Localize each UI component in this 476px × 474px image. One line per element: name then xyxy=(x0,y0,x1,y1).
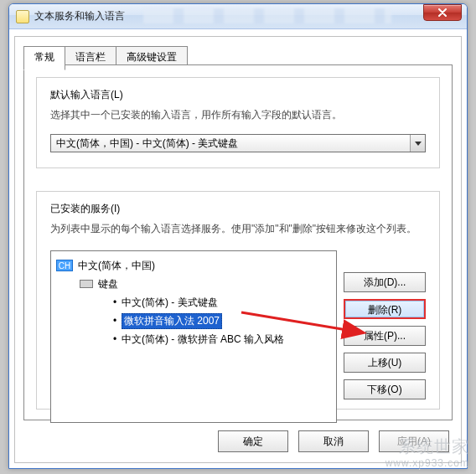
group-default-language: 默认输入语言(L) 选择其中一个已安装的输入语言，用作所有输入字段的默认语言。 … xyxy=(36,77,440,168)
close-button[interactable] xyxy=(423,4,462,21)
tree-lang-label: 中文(简体，中国) xyxy=(78,259,155,273)
app-icon xyxy=(16,10,29,23)
close-icon xyxy=(437,8,448,17)
remove-button[interactable]: 删除(R) xyxy=(344,299,426,319)
services-heading: 已安装的服务(I) xyxy=(50,202,426,216)
tree-item-3-label: 中文(简体) - 微软拼音 ABC 输入风格 xyxy=(122,332,284,347)
properties-button[interactable]: 属性(P)... xyxy=(344,326,426,346)
tree-item-3[interactable]: • 中文(简体) - 微软拼音 ABC 输入风格 xyxy=(54,330,336,348)
tree-item-1[interactable]: • 中文(简体) - 美式键盘 xyxy=(54,293,336,312)
watermark: 系统世家 www.xp933.com xyxy=(385,435,469,471)
tree-item-1-label: 中文(简体) - 美式键盘 xyxy=(122,296,218,310)
default-language-heading: 默认输入语言(L) xyxy=(50,88,426,102)
cancel-button[interactable]: 取消 xyxy=(298,430,369,452)
default-language-value: 中文(简体，中国) - 中文(简体) - 美式键盘 xyxy=(51,137,410,151)
add-button[interactable]: 添加(D)... xyxy=(344,272,426,292)
blurred-background xyxy=(143,8,391,23)
bullet-icon: • xyxy=(110,296,120,308)
tree-item-2-label: 微软拼音输入法 2007 xyxy=(122,313,222,329)
move-down-button[interactable]: 下移(O) xyxy=(344,379,426,399)
watermark-line2: www.xp933.com xyxy=(385,457,469,471)
default-language-combobox[interactable]: 中文(简体，中国) - 中文(简体) - 美式键盘 xyxy=(50,134,426,152)
tree-keyboard-label: 键盘 xyxy=(98,277,118,291)
default-language-description: 选择其中一个已安装的输入语言，用作所有输入字段的默认语言。 xyxy=(50,107,426,122)
titlebar: 文本服务和输入语言 xyxy=(9,4,467,29)
tree-keyboard-row[interactable]: 键盘 xyxy=(54,275,336,293)
move-up-button[interactable]: 上移(U) xyxy=(344,353,426,373)
tab-general[interactable]: 常规 xyxy=(23,46,65,70)
watermark-line1: 系统世家 xyxy=(385,435,469,457)
tree-item-2-selected[interactable]: • 微软拼音输入法 2007 xyxy=(54,312,336,330)
bullet-icon: • xyxy=(110,315,120,327)
ok-button[interactable]: 确定 xyxy=(218,430,288,452)
chevron-down-icon xyxy=(410,135,425,152)
side-button-stack: 添加(D)... 删除(R) 属性(P)... 上移(U) 下移(O) xyxy=(344,272,426,399)
window-title: 文本服务和输入语言 xyxy=(34,9,125,23)
client-area: 常规 语言栏 高级键设置 默认输入语言(L) 选择其中一个已安装的输入语言，用作… xyxy=(14,36,462,463)
dialog-window: 文本服务和输入语言 常规 语言栏 高级键设置 默认输入语言(L) 选择其中一个已… xyxy=(8,3,468,469)
tree-lang-row[interactable]: CH 中文(简体，中国) xyxy=(54,256,336,275)
tab-panel-general: 默认输入语言(L) 选择其中一个已安装的输入语言，用作所有输入字段的默认语言。 … xyxy=(23,64,453,420)
group-installed-services: 已安装的服务(I) 为列表中显示的每个输入语言选择服务。使用"添加"和"删除"按… xyxy=(36,191,440,410)
keyboard-icon xyxy=(80,280,93,288)
lang-badge-icon: CH xyxy=(56,260,73,271)
services-description: 为列表中显示的每个输入语言选择服务。使用"添加"和"删除"按钮来修改这个列表。 xyxy=(50,221,426,236)
bullet-icon: • xyxy=(110,333,120,345)
input-language-tree[interactable]: CH 中文(简体，中国) 键盘 • 中文(简体) - 美式键盘 • 微软拼音输入… xyxy=(50,250,337,423)
